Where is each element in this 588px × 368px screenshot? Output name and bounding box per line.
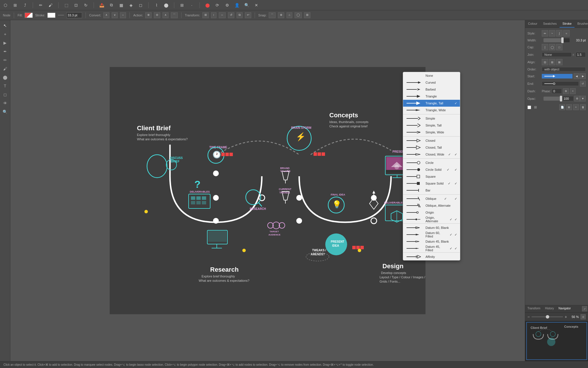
action-btn3[interactable]: ∧: [163, 12, 169, 18]
colour-icon[interactable]: ⬤: [204, 2, 211, 8]
dropdown-item-triangle[interactable]: Triangle: [403, 93, 460, 100]
layer-checkbox[interactable]: [527, 106, 531, 109]
tab-history[interactable]: History: [543, 305, 556, 312]
dropdown-item-oblique-alternate[interactable]: Oblique, Alternate: [403, 202, 460, 209]
phase-value[interactable]: [552, 89, 562, 94]
dropdown-item-simple-tall[interactable]: Simple, Tall: [403, 122, 460, 129]
dropdown-item-circle[interactable]: Circle: [403, 159, 460, 166]
pencil-tool[interactable]: ✏: [1, 56, 9, 64]
dash-settings-icon[interactable]: ⚙: [563, 88, 569, 94]
tab-swatches[interactable]: Swatches: [540, 20, 560, 28]
dropdown-item-closed-tall[interactable]: Closed, Tall: [403, 144, 460, 151]
dash-add-icon[interactable]: +: [570, 88, 576, 94]
close-icon[interactable]: ✕: [253, 2, 260, 8]
dropdown-item-triangle-wide[interactable]: Triangle, Wide: [403, 107, 460, 114]
dropdown-item-simple-wide[interactable]: Simple, Wide: [403, 129, 460, 136]
text-tool[interactable]: T: [1, 82, 9, 90]
search-icon[interactable]: 🔍: [243, 2, 250, 8]
view-tool[interactable]: 👁: [1, 99, 9, 107]
tab-navigator[interactable]: Navigator: [556, 305, 573, 312]
miter-value[interactable]: [576, 52, 586, 57]
snap-btn1[interactable]: ⌒: [269, 12, 276, 18]
join-value[interactable]: None: [542, 52, 572, 57]
style-plain-icon[interactable]: ✏: [542, 30, 548, 37]
snap-btn2[interactable]: ⊕: [278, 12, 284, 18]
end-value-box[interactable]: [542, 81, 579, 86]
dropdown-item-oblique[interactable]: Oblique ✓: [403, 195, 460, 202]
dropdown-item-none[interactable]: None: [403, 72, 460, 79]
style-calli-icon[interactable]: ∫: [556, 30, 562, 37]
style-wavy-icon[interactable]: ≈: [563, 30, 570, 37]
dropdown-item-curved[interactable]: Curved: [403, 79, 460, 86]
grid-icon[interactable]: ⊞: [566, 104, 572, 110]
start-next-btn[interactable]: ▶: [580, 73, 586, 79]
dropdown-item-circle-solid[interactable]: Circle Solid ✓: [403, 166, 460, 173]
dropdown-item-barbed[interactable]: Barbed: [403, 86, 460, 93]
transform-btn1[interactable]: ⊞: [202, 12, 209, 18]
cap-square-icon[interactable]: □: [556, 44, 562, 50]
dropdown-item-triangle-tall[interactable]: Triangle, Tall ✓: [403, 100, 460, 107]
dropdown-item-datum60-filled[interactable]: Datum 60, Filled ✓: [403, 231, 460, 238]
doc-icon[interactable]: 📄: [559, 104, 565, 110]
stroke-color-box[interactable]: [47, 13, 55, 18]
crop-tool[interactable]: ▶: [1, 39, 9, 47]
opacity-expand-icon[interactable]: ▼: [580, 96, 586, 101]
delete-icon[interactable]: 🗑: [580, 104, 586, 110]
transform-btn2[interactable]: ↕: [211, 12, 216, 18]
pixel-icon[interactable]: ▦: [118, 2, 124, 8]
brush-icon[interactable]: 🖌: [47, 2, 54, 8]
cap-butt-icon[interactable]: |: [542, 44, 548, 50]
transform-icon[interactable]: ⊡: [73, 2, 79, 8]
grid-icon[interactable]: ⊞: [12, 2, 18, 8]
width-slider[interactable]: [543, 38, 570, 42]
align-outer-icon[interactable]: ⊠: [556, 59, 562, 65]
tab-colour[interactable]: Colour: [525, 20, 540, 28]
action-btn4[interactable]: ⌒: [171, 12, 178, 18]
convert-btn2[interactable]: ∨: [112, 12, 118, 18]
dropdown-item-closed-wide[interactable]: Closed, Wide ✓: [403, 151, 460, 158]
dropdown-item-origin[interactable]: Origin: [403, 209, 460, 216]
select-icon[interactable]: ⬚: [63, 2, 69, 8]
dropdown-item-simple[interactable]: Simple: [403, 115, 460, 122]
layers-icon[interactable]: ⊞: [533, 105, 538, 110]
history-icon[interactable]: ⟳: [214, 2, 220, 8]
convert-btn3[interactable]: ⌢: [120, 12, 126, 18]
end-reset-btn[interactable]: ↺: [580, 81, 586, 87]
user-icon[interactable]: 👤: [234, 2, 240, 8]
app-icon[interactable]: ⬡: [2, 2, 9, 8]
expand-icon[interactable]: ⤢: [582, 306, 587, 311]
add-icon[interactable]: +: [573, 104, 579, 110]
zoom-fit-icon[interactable]: ⊡: [581, 314, 586, 319]
pen-icon[interactable]: ✏: [38, 2, 44, 8]
snap-btn5[interactable]: ⊞: [304, 12, 310, 18]
tab-stroke[interactable]: Stroke: [560, 20, 575, 28]
shapes-icon[interactable]: ◻: [138, 2, 144, 8]
fill-icon[interactable]: ⬤: [163, 2, 169, 8]
pen-tool[interactable]: ✒: [1, 48, 9, 55]
style-pressure-icon[interactable]: ~: [549, 30, 555, 37]
zoom-slider[interactable]: [531, 316, 563, 317]
dropdown-item-square-solid[interactable]: Square Solid ✓: [403, 180, 460, 187]
snap-btn3[interactable]: ⌂: [287, 12, 292, 18]
dropdown-item-datum45-filled[interactable]: Datum 45, Filled ✓: [403, 245, 460, 252]
dropdown-item-bar[interactable]: Bar: [403, 187, 460, 194]
opacity-value[interactable]: [562, 96, 574, 101]
prefs-icon[interactable]: ⚙: [224, 2, 230, 8]
share-icon[interactable]: ⤴: [22, 2, 28, 8]
dropdown-item-affinity[interactable]: Affinity: [403, 253, 460, 260]
rotate-icon[interactable]: ↻: [83, 2, 89, 8]
order-value[interactable]: with object: [542, 67, 586, 72]
opacity-slider[interactable]: [543, 97, 560, 101]
snap-btn4[interactable]: ◯: [295, 12, 302, 18]
shape-tool[interactable]: ◻: [1, 91, 9, 98]
layers-stack-icon[interactable]: ⧉: [108, 2, 115, 8]
zoom-plus-btn[interactable]: +: [565, 315, 567, 319]
transform-btn5[interactable]: ⧉: [237, 12, 243, 18]
transform-btn4[interactable]: ↺: [228, 12, 234, 18]
stroke-width-input[interactable]: [66, 12, 82, 18]
grid2-icon[interactable]: ⊞: [179, 2, 185, 8]
fill-color-box[interactable]: [25, 13, 33, 18]
dropdown-item-square[interactable]: Square: [403, 173, 460, 180]
navigator-preview[interactable]: Client Brief Concepts: [525, 321, 588, 361]
cap-round-icon[interactable]: ◯: [549, 44, 555, 50]
